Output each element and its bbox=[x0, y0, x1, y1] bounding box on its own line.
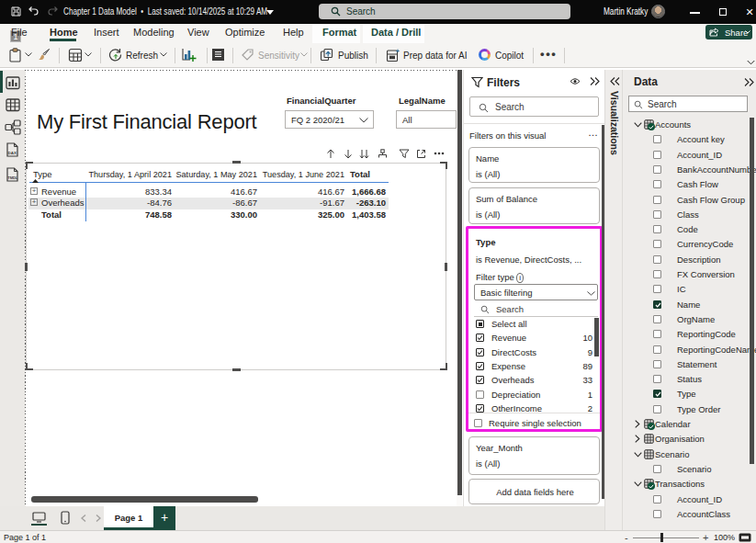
svg-text:TMDL: TMDL bbox=[7, 175, 18, 180]
svg-text:DAX: DAX bbox=[8, 151, 17, 155]
